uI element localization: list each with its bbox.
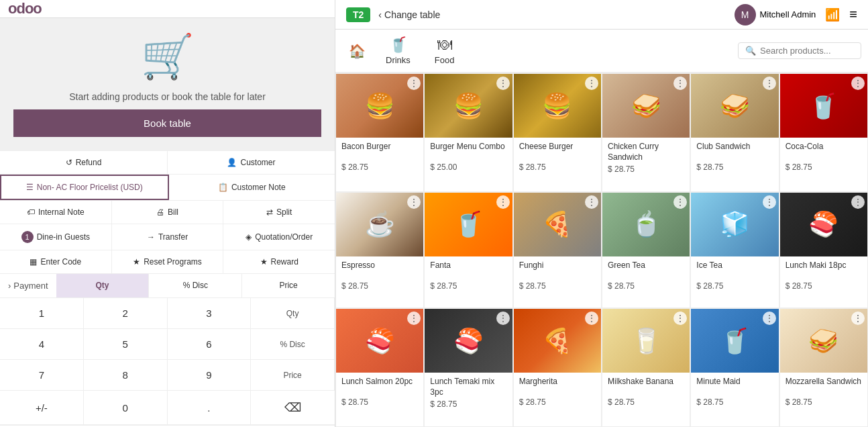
action-row-5: ▦ Enter Code ★ Reset Programs ★ Reward [0,250,335,274]
product-card-espresso[interactable]: ☕ ⋮ Espresso $ 28.75 [335,192,424,309]
product-info-burger-menu-combo: Burger Menu Combo $ 25.00 [425,138,512,177]
search-input[interactable] [760,46,854,56]
product-more-funghi[interactable]: ⋮ [585,195,598,209]
product-card-green-tea[interactable]: 🍵 ⋮ Green Tea $ 28.75 [602,192,690,309]
product-card-lunch-temaki[interactable]: 🍣 ⋮ Lunch Temaki mix 3pc $ 28.75 [424,308,512,427]
product-price-cheese-burger: $ 28.75 [519,162,596,172]
refund-button[interactable]: ↺ Refund [0,151,168,174]
product-more-espresso[interactable]: ⋮ [407,195,421,209]
product-card-lunch-maki[interactable]: 🍣 ⋮ Lunch Maki 18pc $ 28.75 [779,192,868,309]
product-price-fanta: $ 28.75 [430,281,506,291]
admin-info: M Mitchell Admin [735,4,816,26]
num-dot-button[interactable]: . [168,391,252,425]
product-card-bacon-burger[interactable]: 🍔 ⋮ Bacon Burger $ 28.75 [335,73,424,192]
num-4-button[interactable]: 4 [0,329,84,360]
disc-button[interactable]: % Disc [251,329,335,360]
refund-icon: ↺ [66,158,72,167]
price-tab[interactable]: Price [242,274,335,297]
transfer-icon: → [147,232,155,242]
num-6-button[interactable]: 6 [168,329,252,360]
customer-note-button[interactable]: 📋 Customer Note [169,175,335,200]
product-more-cheese-burger[interactable]: ⋮ [585,77,598,90]
product-more-club-sandwich[interactable]: ⋮ [763,77,776,90]
reward-button[interactable]: ★ Reward [223,250,335,273]
action-row-4: 1 Dine-in Guests → Transfer ◈ Quotation/… [0,224,335,250]
book-table-button[interactable]: Book table [13,109,321,137]
qty-tab[interactable]: Qty [56,274,150,297]
product-more-ice-tea[interactable]: ⋮ [763,195,776,209]
product-card-lunch-salmon[interactable]: 🍣 ⋮ Lunch Salmon 20pc $ 28.75 [335,308,424,427]
product-more-lunch-maki[interactable]: ⋮ [851,195,865,209]
num-9-button[interactable]: 9 [168,360,252,391]
reset-programs-button[interactable]: ★ Reset Programs [112,250,224,273]
split-icon: ⇄ [266,207,273,217]
product-price-lunch-temaki: $ 28.75 [430,399,506,409]
product-name-espresso: Espresso [341,260,418,279]
num-0-button[interactable]: 0 [84,391,168,425]
dine-in-icon: 1 [21,231,34,243]
product-card-ice-tea[interactable]: 🧊 ⋮ Ice Tea $ 28.75 [690,192,779,309]
payment-toggle[interactable]: › Payment [0,274,56,297]
food-label: Food [435,55,455,65]
product-card-milkshake-banana[interactable]: 🥛 ⋮ Milkshake Banana $ 28.75 [602,308,690,427]
product-card-funghi[interactable]: 🍕 ⋮ Funghi $ 28.75 [513,192,602,309]
product-more-coca-cola[interactable]: ⋮ [851,77,865,90]
table-badge: T2 [346,7,370,22]
product-more-lunch-temaki[interactable]: ⋮ [496,312,510,325]
num-2-button[interactable]: 2 [84,298,168,329]
product-card-burger-menu-combo[interactable]: 🍔 ⋮ Burger Menu Combo $ 25.00 [424,73,512,192]
cart-message: Start adding products or book the table … [69,90,266,104]
product-info-milkshake-banana: Milkshake Banana $ 28.75 [602,373,690,412]
wifi-icon: 📶 [825,7,840,22]
drinks-category-button[interactable]: 🥤 Drinks [375,34,421,68]
split-label: Split [276,207,292,217]
product-more-fanta[interactable]: ⋮ [496,195,510,209]
enter-code-button[interactable]: ▦ Enter Code [0,250,112,273]
internal-note-button[interactable]: 🏷 Internal Note [0,201,112,224]
qty-button[interactable]: Qty [251,298,335,329]
pricelist-button[interactable]: ☰ Non- AC Floor Pricelist (USD) [0,175,169,200]
product-price-bacon-burger: $ 28.75 [341,162,418,172]
reward-icon: ★ [260,257,268,267]
num-8-button[interactable]: 8 [84,360,168,391]
customer-button[interactable]: 👤 Customer [168,151,335,174]
num-1-button[interactable]: 1 [0,298,84,329]
product-info-coca-cola: Coca-Cola $ 28.75 [780,138,867,177]
price-button[interactable]: Price [251,360,335,391]
numpad-area: › Payment Qty % Disc Price 1 2 3 Qty 4 5… [0,274,335,425]
transfer-button[interactable]: → Transfer [112,224,224,250]
product-more-minute-maid[interactable]: ⋮ [763,312,776,325]
product-card-chicken-curry-sandwich[interactable]: 🥪 ⋮ Chicken Curry Sandwich $ 28.75 [602,73,690,192]
product-more-burger-menu-combo[interactable]: ⋮ [496,77,510,90]
change-table-link[interactable]: ‹ Change table [378,9,440,20]
product-card-club-sandwich[interactable]: 🥪 ⋮ Club Sandwich $ 28.75 [690,73,779,192]
product-card-coca-cola[interactable]: 🥤 ⋮ Coca-Cola $ 28.75 [779,73,868,192]
cart-icon: 🛒 [141,32,195,82]
admin-name: Mitchell Admin [760,9,816,19]
num-5-button[interactable]: 5 [84,329,168,360]
product-price-coca-cola: $ 28.75 [785,162,862,172]
product-more-green-tea[interactable]: ⋮ [673,195,687,209]
backspace-button[interactable]: ⌫ [251,391,335,425]
bill-button[interactable]: 🖨 Bill [112,201,224,224]
product-card-cheese-burger[interactable]: 🍔 ⋮ Cheese Burger $ 28.75 [513,73,602,192]
num-7-button[interactable]: 7 [0,360,84,391]
food-category-button[interactable]: 🍽 Food [424,34,466,68]
disc-tab[interactable]: % Disc [149,274,242,297]
action-grid: ↺ Refund 👤 Customer ☰ Non- AC Floor Pric… [0,150,335,274]
num-3-button[interactable]: 3 [168,298,252,329]
product-info-cheese-burger: Cheese Burger $ 28.75 [514,138,601,177]
product-card-fanta[interactable]: 🥤 ⋮ Fanta $ 28.75 [424,192,512,309]
quotation-button[interactable]: ◈ Quotation/Order [223,224,335,250]
split-button[interactable]: ⇄ Split [223,201,335,224]
product-card-margherita[interactable]: 🍕 ⋮ Margherita $ 28.75 [513,308,602,427]
menu-icon[interactable]: ≡ [849,7,857,22]
action-row-3: 🏷 Internal Note 🖨 Bill ⇄ Split [0,201,335,224]
internal-note-label: Internal Note [38,207,85,217]
back-icon: ‹ [378,9,382,20]
num-plusminus-button[interactable]: +/- [0,391,84,425]
dine-in-button[interactable]: 1 Dine-in Guests [0,224,112,250]
product-card-minute-maid[interactable]: 🥤 ⋮ Minute Maid $ 28.75 [690,308,779,427]
home-category-button[interactable]: 🏠 [342,39,372,63]
product-card-mozzarella-sandwich[interactable]: 🥪 ⋮ Mozzarella Sandwich $ 28.75 [779,308,868,427]
